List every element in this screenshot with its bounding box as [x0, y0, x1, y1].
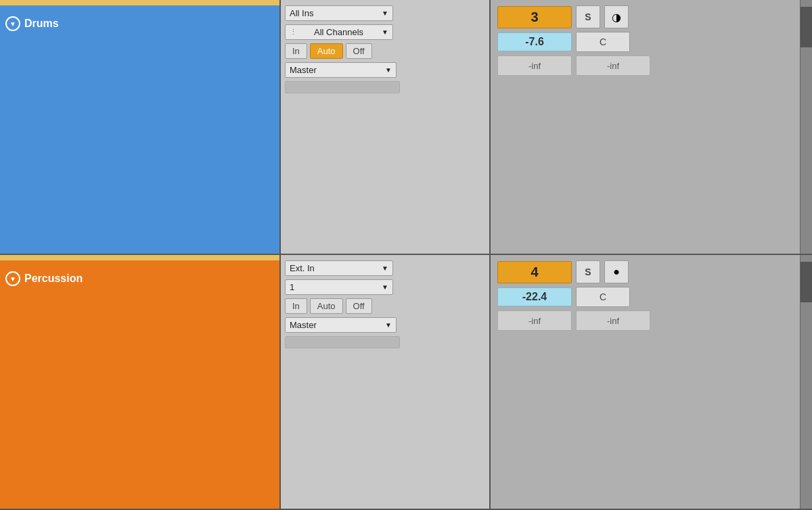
percussion-s-button[interactable]: S	[576, 260, 600, 283]
drums-collapse-icon: ▼	[9, 20, 16, 28]
track-label-percussion: ▼ Percussion	[0, 255, 281, 509]
percussion-mixer: 4 S ● -22.4 C -inf -inf	[491, 255, 800, 509]
percussion-empty-row	[285, 336, 485, 348]
drums-monitor-button[interactable]: ◑	[604, 5, 629, 28]
drums-s-button[interactable]: S	[576, 5, 600, 28]
drums-channel-value: All Channels	[314, 27, 363, 37]
percussion-scrollbar-thumb	[800, 262, 812, 302]
drums-inf2-button[interactable]: -inf	[576, 55, 650, 76]
percussion-output-arrow: ▼	[385, 321, 392, 329]
drums-empty-bar	[285, 81, 400, 93]
drums-mixer: 3 S ◑ -7.6 C -inf -inf	[491, 0, 800, 254]
percussion-inf2-button[interactable]: -inf	[576, 310, 650, 331]
drums-channel-dropdown[interactable]: ⋮ All Channels ▼	[285, 24, 393, 40]
percussion-mixer-row2: -22.4 C	[497, 287, 793, 307]
track-row-percussion: ▼ Percussion Ext. In ▼ 1 ▼	[0, 255, 812, 510]
drums-empty-row	[285, 81, 485, 93]
percussion-in-button[interactable]: In	[285, 298, 307, 314]
percussion-c-button[interactable]: C	[576, 287, 630, 307]
percussion-output-row: Master ▼	[285, 317, 485, 333]
drums-collapse-button[interactable]: ▼	[5, 16, 20, 31]
percussion-scrollbar[interactable]	[800, 255, 812, 509]
drums-in-button[interactable]: In	[285, 43, 307, 59]
percussion-channel-value: 1	[290, 282, 294, 292]
drums-number-button[interactable]: 3	[497, 6, 572, 28]
drums-output-value: Master	[290, 65, 317, 75]
track-row-drums: ▼ Drums All Ins ▼ ⋮ All Channels ▼	[0, 0, 812, 255]
percussion-channel-arrow: ▼	[382, 283, 388, 291]
drums-inf1-button[interactable]: -inf	[497, 55, 572, 76]
drums-channel-row: ⋮ All Channels ▼	[285, 24, 485, 40]
drums-controls: All Ins ▼ ⋮ All Channels ▼ In Auto Off	[281, 0, 491, 254]
percussion-number-button[interactable]: 4	[497, 261, 572, 283]
drums-mixer-row2: -7.6 C	[497, 32, 793, 52]
drums-output-arrow: ▼	[385, 66, 392, 74]
drums-c-button[interactable]: C	[576, 32, 630, 52]
drums-output-dropdown[interactable]: Master ▼	[285, 62, 397, 78]
drums-input-dropdown[interactable]: All Ins ▼	[285, 5, 393, 21]
drums-scrollbar-thumb	[800, 7, 812, 47]
percussion-controls: Ext. In ▼ 1 ▼ In Auto Off Master	[281, 255, 491, 509]
drums-input-arrow: ▼	[382, 9, 388, 17]
percussion-mixer-row1: 4 S ●	[497, 260, 793, 283]
drums-header: ▼ Drums	[5, 16, 59, 31]
drums-mixer-row3: -inf -inf	[497, 55, 793, 76]
drums-mixer-row1: 3 S ◑	[497, 5, 793, 28]
percussion-track-name: Percussion	[24, 273, 83, 285]
percussion-header: ▼ Percussion	[5, 271, 83, 286]
percussion-channel-row: 1 ▼	[285, 279, 485, 295]
drums-off-button[interactable]: Off	[346, 43, 372, 59]
percussion-input-value: Ext. In	[290, 263, 315, 273]
percussion-monitor-button[interactable]: ●	[604, 260, 629, 283]
drums-input-row: All Ins ▼	[285, 5, 485, 21]
percussion-mixer-row3: -inf -inf	[497, 310, 793, 331]
percussion-input-arrow: ▼	[382, 264, 388, 272]
percussion-empty-bar	[285, 336, 400, 348]
percussion-output-value: Master	[290, 320, 317, 330]
percussion-channel-dropdown[interactable]: 1 ▼	[285, 279, 393, 295]
drums-scrollbar[interactable]	[800, 0, 812, 254]
percussion-collapse-icon: ▼	[9, 275, 16, 283]
drums-track-name: Drums	[24, 18, 59, 30]
drums-mode-row: In Auto Off	[285, 43, 485, 59]
percussion-auto-button[interactable]: Auto	[310, 298, 343, 314]
percussion-inf1-button[interactable]: -inf	[497, 310, 572, 331]
drums-channel-icon: ⋮	[290, 28, 297, 37]
drums-auto-button[interactable]: Auto	[310, 43, 343, 59]
drums-input-value: All Ins	[290, 8, 313, 18]
drums-top-strip	[0, 0, 279, 5]
drums-channel-arrow: ▼	[382, 28, 388, 36]
percussion-off-button[interactable]: Off	[346, 298, 372, 314]
percussion-input-dropdown[interactable]: Ext. In ▼	[285, 260, 393, 276]
drums-output-row: Master ▼	[285, 62, 485, 78]
drums-monitor-icon: ◑	[612, 11, 621, 24]
percussion-pitch-display[interactable]: -22.4	[497, 287, 572, 306]
tracks-container: ▼ Drums All Ins ▼ ⋮ All Channels ▼	[0, 0, 812, 510]
percussion-monitor-icon: ●	[613, 266, 620, 278]
drums-pitch-display[interactable]: -7.6	[497, 32, 572, 51]
percussion-top-strip	[0, 255, 279, 260]
percussion-output-dropdown[interactable]: Master ▼	[285, 317, 397, 333]
percussion-mode-row: In Auto Off	[285, 298, 485, 314]
percussion-input-row: Ext. In ▼	[285, 260, 485, 276]
percussion-collapse-button[interactable]: ▼	[5, 271, 20, 286]
track-label-drums: ▼ Drums	[0, 0, 281, 254]
